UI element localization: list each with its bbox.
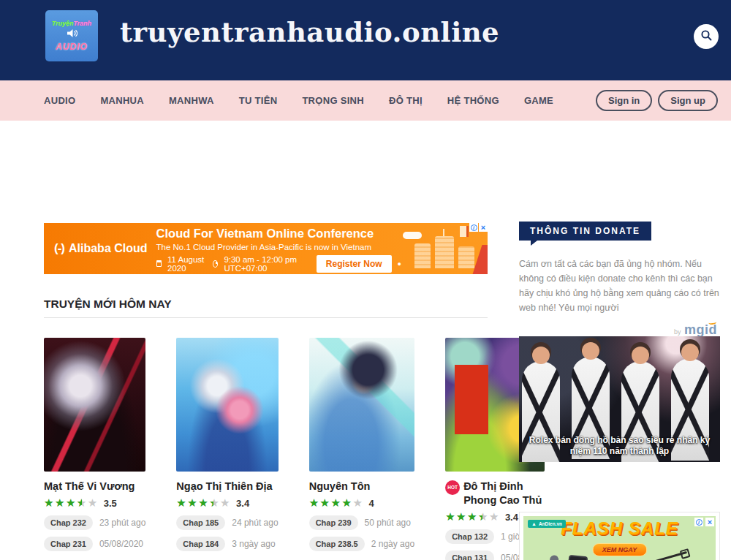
sidebar: THÔNG TIN DONATE Cám ơn tất cả các bạn đ…	[519, 222, 720, 560]
chapter-time: 50 phút ago	[365, 518, 411, 528]
rating-value: 3.4	[505, 512, 518, 523]
cloud-icon	[403, 232, 422, 239]
nav-item-5[interactable]: TRỌNG SINH	[302, 95, 364, 106]
chapter-chip[interactable]: Chap 132	[445, 529, 494, 544]
search-icon	[700, 29, 713, 44]
chapter-row: Chap 18524 phút ago	[176, 515, 278, 530]
native-ad-caption[interactable]: Rolex bán đồng hồ bản sao siêu rẻ nhân k…	[519, 435, 720, 458]
chapter-time: 05/08/2020	[99, 539, 143, 549]
site-title[interactable]: truyentranhaudio.online	[120, 16, 499, 48]
info-icon: i	[471, 224, 477, 231]
donate-text: Cám ơn tất cả các bạn đã ủng hộ nhóm. Nế…	[519, 257, 720, 315]
comic-card: Ngạo Thị Thiên Địa ★★★★★★★★★★ 3.4 Chap 1…	[176, 338, 278, 560]
nav-item-2[interactable]: MANHUA	[100, 95, 144, 106]
alibaba-bracket-icon: (-)	[54, 241, 64, 256]
ad-date: 11 August 2020	[167, 255, 207, 273]
alibaba-cloud-logo: (-) Alibaba Cloud	[44, 241, 156, 256]
ad-info-button[interactable]: i	[469, 223, 478, 232]
comic-title[interactable]: Nguyên Tôn	[309, 480, 414, 493]
nav-item-3[interactable]: MANHWA	[169, 95, 214, 106]
comic-card: Mạt Thế Vi Vương ★★★★★★★★★★ 3.5 Chap 232…	[44, 338, 145, 560]
star-rating: ★★★★★★★★★★	[176, 498, 231, 509]
rating-row: ★★★★★★★★★★ 3.4	[176, 498, 278, 509]
native-ad-rolex[interactable]: Rolex bán đồng hồ bản sao siêu rẻ nhân k…	[519, 336, 720, 462]
calendar-icon	[156, 260, 162, 267]
rating-value: 3.4	[236, 498, 249, 509]
rating-row: ★★★★★★★★★★ 4	[309, 498, 414, 509]
comic-title[interactable]: Mạt Thế Vi Vương	[44, 480, 145, 493]
ad-close-button[interactable]: ×	[705, 518, 714, 526]
flash-sale-ad[interactable]: ▲ AnDien.vn FLASH SALE XEM NGAY i ×	[519, 512, 720, 560]
chapter-time: 3 ngày ago	[232, 539, 275, 549]
donate-ribbon-title: THÔNG TIN DONATE	[519, 222, 651, 241]
close-icon: ×	[708, 518, 712, 526]
sign-in-button[interactable]: Sign in	[596, 90, 652, 111]
search-button[interactable]	[694, 24, 719, 49]
ad-title: Cloud For Vietnam Online Conference	[156, 227, 401, 241]
star-rating: ★★★★★★★★★★	[44, 498, 99, 509]
comic-cover[interactable]	[309, 338, 414, 472]
register-now-button[interactable]: Register Now	[317, 255, 392, 273]
info-icon: i	[696, 519, 702, 526]
nav-item-1[interactable]: AUDIO	[44, 95, 75, 106]
sign-up-button[interactable]: Sign up	[658, 90, 718, 111]
phone-product-image	[566, 555, 588, 560]
comic-card: Nguyên Tôn ★★★★★★★★★★ 4 Chap 23950 phút …	[309, 338, 414, 560]
chapter-time: 24 phút ago	[232, 518, 278, 528]
star-rating: ★★★★★★★★★★	[445, 512, 500, 523]
chapter-chip[interactable]: Chap 232	[44, 515, 93, 530]
nav-items: AUDIOMANHUAMANHWATU TIÊNTRỌNG SINHĐÔ THỊ…	[44, 95, 553, 106]
speaker-icon	[67, 28, 77, 41]
section-divider	[44, 317, 488, 318]
ad-copy: Cloud For Vietnam Online Conference The …	[156, 225, 401, 273]
hot-badge: HOT	[445, 480, 460, 495]
auth-buttons: Sign in Sign up	[596, 90, 718, 111]
rating-value: 3.5	[104, 498, 117, 509]
chapter-row: Chap 1843 ngày ago	[176, 537, 278, 551]
chapter-chip[interactable]: Chap 131	[445, 550, 494, 560]
rating-row: ★★★★★★★★★★ 3.5	[44, 498, 145, 509]
xem-ngay-button[interactable]: XEM NGAY	[592, 543, 647, 556]
brand-mark-icon: ▲	[531, 521, 537, 526]
site-header: TruyệnTranh AUDIO truyentranhaudio.onlin…	[0, 0, 731, 80]
chapter-row: Chap 23223 phút ago	[44, 515, 145, 530]
close-icon: ×	[481, 224, 485, 232]
nav-item-6[interactable]: ĐÔ THỊ	[389, 95, 423, 106]
chapter-time: 23 phút ago	[99, 518, 145, 528]
chapter-row: Chap 23950 phút ago	[309, 515, 414, 530]
chapter-chip[interactable]: Chap 231	[44, 537, 93, 551]
mgid-logo[interactable]: mgid	[684, 322, 717, 337]
nav-item-8[interactable]: GAME	[524, 95, 553, 106]
ad-info-button[interactable]: i	[694, 518, 703, 526]
ad-close-button[interactable]: ×	[479, 223, 488, 232]
chapter-chip[interactable]: Chap 185	[176, 515, 225, 530]
comic-title[interactable]: Ngạo Thị Thiên Địa	[176, 480, 278, 493]
star-rating: ★★★★★★★★★★	[309, 498, 364, 509]
mgid-by-label: by	[674, 328, 681, 336]
alibaba-brand-text: Alibaba Cloud	[69, 242, 148, 255]
chapter-chip[interactable]: Chap 238.5	[309, 537, 365, 551]
chapter-row: Chap 23105/08/2020	[44, 537, 145, 551]
comics-grid: Mạt Thế Vi Vương ★★★★★★★★★★ 3.5 Chap 232…	[44, 338, 488, 560]
comic-cover[interactable]	[176, 338, 278, 472]
mgid-attribution: by mgid	[519, 322, 720, 338]
clock-icon	[213, 260, 218, 268]
ad-time: 9:30 am - 12:00 pm UTC+07:00	[224, 255, 304, 273]
paper-icon	[460, 226, 469, 237]
nav-item-7[interactable]: HỆ THỐNG	[447, 95, 499, 106]
alibaba-ad-banner[interactable]: (-) Alibaba Cloud Cloud For Vietnam Onli…	[44, 223, 488, 274]
flash-ad-brand[interactable]: ▲ AnDien.vn	[528, 520, 566, 528]
logo-audio-label: AUDIO	[56, 42, 88, 52]
nav-item-4[interactable]: TU TIÊN	[239, 95, 278, 106]
rating-value: 4	[368, 498, 374, 509]
logo-text: TruyệnTranh	[52, 20, 92, 27]
main-nav: AUDIOMANHUAMANHWATU TIÊNTRỌNG SINHĐÔ THỊ…	[0, 80, 731, 121]
ad-subtitle: The No.1 Cloud Provider in Asia-Pacific …	[156, 243, 401, 251]
chapter-chip[interactable]: Chap 239	[309, 515, 358, 530]
site-logo[interactable]: TruyệnTranh AUDIO	[45, 10, 98, 61]
chapter-chip[interactable]: Chap 184	[176, 537, 225, 551]
chapter-row: Chap 238.52 ngày ago	[309, 537, 414, 551]
comic-cover[interactable]	[44, 338, 145, 472]
chapter-time: 2 ngày ago	[371, 539, 414, 549]
section-title-new-today: TRUYỆN MỚI HÔM NAY	[44, 298, 172, 311]
